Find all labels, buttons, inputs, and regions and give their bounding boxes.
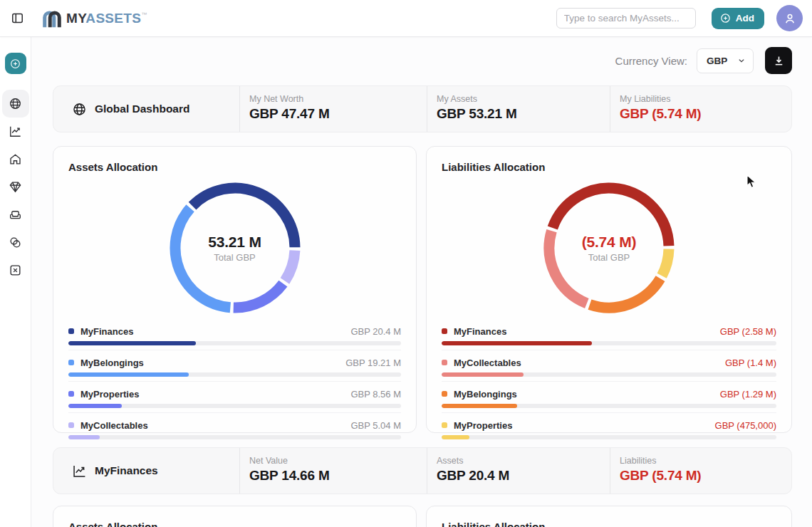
main-content: Currency View: GBP Global Dashboard My N… (31, 37, 812, 527)
legend-bar-fill (442, 372, 524, 377)
myfinances-summary: MyFinances Net Value GBP 14.66 M Assets … (53, 447, 792, 494)
legend-label: MyCollectables (80, 420, 148, 431)
legend-value: GBP 20.4 M (350, 326, 401, 337)
legend-bar-fill (68, 372, 189, 377)
assets-donut-chart: 53.21 M Total GBP (167, 180, 303, 315)
stat-net-value: Net Value GBP 14.66 M (239, 448, 427, 494)
download-icon (772, 54, 786, 68)
sidebar-add-button[interactable] (5, 53, 26, 74)
myassets-logo-mark-icon (42, 9, 62, 28)
stat-net-worth: My Net Worth GBP 47.47 M (239, 86, 427, 132)
sidebar-toggle-button[interactable] (9, 11, 25, 26)
legend-label: MyFinances (454, 326, 506, 337)
sidebar-item-other[interactable] (2, 256, 29, 284)
logo-text: MYASSETS (66, 9, 141, 28)
legend-value: GBP (475,000) (715, 420, 776, 431)
card-title: Assets Allocation (68, 521, 401, 527)
sidebar-item-finances[interactable] (2, 118, 29, 145)
sidebar-item-belongings[interactable] (2, 201, 29, 229)
currency-toolbar: Currency View: GBP (53, 47, 792, 74)
donut-segment-MyBelongings (175, 208, 230, 307)
sidebar-item-collectables[interactable] (2, 173, 29, 201)
legend-bar-fill (442, 341, 592, 345)
globe-icon (72, 102, 87, 117)
legend-bar-track (442, 435, 776, 439)
stat-assets: My Assets GBP 53.21 M (427, 86, 610, 132)
legend-bar-track (442, 404, 776, 408)
global-search (556, 8, 696, 28)
stat-liabilities: Liabilities GBP (5.74 M) (610, 448, 791, 494)
donut-svg (167, 180, 303, 315)
assets-allocation-card: Assets Allocation 53.21 M Total GBP MyFi… (53, 146, 417, 433)
header-actions: Add (556, 5, 803, 31)
legend-bar-track (68, 435, 401, 439)
download-button[interactable] (765, 47, 792, 74)
legend-label: MyBelongings (80, 358, 144, 368)
legend-swatch (68, 328, 74, 334)
legend-bar-track (442, 372, 776, 377)
app-header: MYASSETS ™ Add (0, 0, 812, 37)
legend-label: MyProperties (80, 389, 139, 400)
legend-value: GBP (1.29 M) (720, 389, 776, 400)
sidebar-item-accounts[interactable] (2, 229, 29, 256)
legend-value: GBP 5.04 M (350, 420, 401, 431)
chart-line-icon (72, 464, 87, 479)
donut-segment-MyCollectables (549, 231, 587, 303)
plus-circle-icon (9, 58, 21, 70)
globe-icon (9, 97, 22, 110)
myassets-logo: MYASSETS ™ (42, 9, 147, 28)
search-input[interactable] (564, 13, 690, 24)
link-circles-icon (9, 236, 22, 249)
card-title: Liabilities Allocation (442, 521, 776, 527)
legend-bar-track (68, 341, 401, 345)
legend-item: MyCollectablesGBP (1.4 M) (442, 350, 776, 381)
legend-value: GBP 8.56 M (350, 389, 401, 400)
legend-item: MyCollectablesGBP 5.04 M (68, 412, 401, 444)
stat-assets: Assets GBP 20.4 M (427, 448, 610, 494)
currency-view-label: Currency View: (615, 55, 687, 67)
donut-segment-MyFinances (553, 188, 669, 246)
secondary-allocation-row: Assets Allocation Liabilities Allocation (53, 506, 792, 527)
global-dashboard-link[interactable]: Global Dashboard (53, 86, 239, 132)
chart-line-icon (9, 125, 22, 138)
global-dashboard-summary: Global Dashboard My Net Worth GBP 47.47 … (53, 85, 792, 132)
donut-segment-MyCollectables (284, 251, 294, 281)
legend-swatch (442, 360, 447, 365)
sidebar-item-properties[interactable] (2, 145, 29, 173)
legend-bar-fill (442, 435, 469, 439)
allocation-cards-row: Assets Allocation 53.21 M Total GBP MyFi… (53, 146, 792, 433)
liabilities-legend: MyFinancesGBP (2.58 M)MyCollectablesGBP … (442, 319, 776, 444)
legend-label: MyBelongings (454, 389, 517, 400)
donut-segment-MyProperties (233, 283, 283, 308)
myfinances-link[interactable]: MyFinances (53, 448, 239, 494)
legend-item: MyPropertiesGBP (475,000) (442, 412, 776, 444)
gem-icon (9, 180, 22, 194)
legend-item: MyFinancesGBP (2.58 M) (442, 319, 776, 350)
legend-swatch (68, 360, 74, 365)
legend-swatch (68, 391, 74, 397)
add-button[interactable]: Add (712, 8, 764, 29)
chevron-down-icon (736, 56, 746, 66)
person-icon (783, 11, 797, 26)
left-sidebar (0, 37, 31, 527)
legend-bar-track (68, 404, 401, 408)
donut-segment-MyBelongings (590, 278, 660, 308)
legend-bar-fill (68, 341, 196, 345)
sidebar-item-dashboard[interactable] (2, 90, 29, 118)
legend-label: MyFinances (80, 326, 133, 337)
legend-item: MyBelongingsGBP 19.21 M (68, 350, 401, 381)
sofa-icon (9, 208, 22, 221)
profile-avatar-button[interactable] (776, 5, 803, 31)
legend-swatch (442, 391, 447, 397)
donut-segment-MyFinances (192, 188, 295, 247)
card-title: Assets Allocation (68, 161, 401, 173)
donut-segment-MyProperties (662, 249, 669, 276)
legend-value: GBP (2.58 M) (720, 326, 776, 337)
sidebar-nav (2, 90, 29, 284)
currency-select[interactable]: GBP (697, 48, 754, 73)
legend-bar-fill (68, 435, 100, 439)
liabilities-donut-chart: (5.74 M) Total GBP (541, 180, 677, 315)
legend-item: MyFinancesGBP 20.4 M (68, 319, 401, 350)
legend-item: MyPropertiesGBP 8.56 M (68, 381, 401, 412)
liabilities-allocation-card-2: Liabilities Allocation (426, 506, 792, 527)
